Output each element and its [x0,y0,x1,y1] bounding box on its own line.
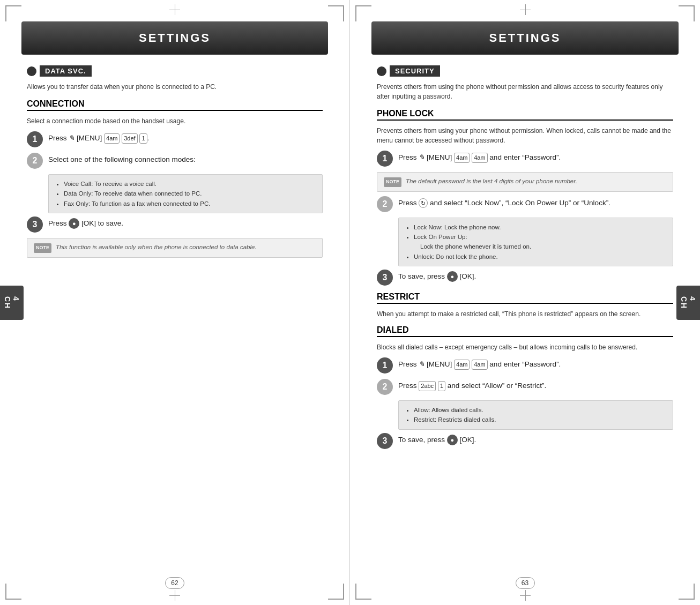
pl-step-3-num: 3 [383,273,388,282]
phone-lock-desc: Prevents others from using your phone wi… [377,126,673,145]
restrict-title: RESTRICT [377,292,673,304]
right-corner-tl [355,5,371,21]
corner-tl [5,5,21,21]
step-3-circle: 3 [27,216,43,233]
note-text: This function is available only when the… [56,243,257,252]
dialed-bullets: Allow: Allows dialed calls. Restrict: Re… [398,400,673,430]
phone-lock-step-3: 3 To save, press ● [OK]. [377,270,673,286]
crosshair-bottom-left [169,590,180,601]
right-page-number: 63 [516,577,535,589]
pl-step-3-text: To save, press ● [OK]. [398,270,476,282]
pl-step-1-text: Press ✎ [MENU] 4am 4am and enter “Passwo… [398,151,561,163]
pl-bullet-2: Lock On Power Up: [414,232,666,242]
step-1-left: 1 Press ✎ [MENU] 4am 3def 1. [27,131,323,147]
pl-bullet-1: Lock Now: Lock the phone now. [414,222,666,232]
d-step-1-circle: 1 [377,357,393,374]
d-bullet-2: Restrict: Restricts dialed calls. [414,415,666,424]
left-side-tab: CH4 [0,285,24,319]
d-step-1-num: 1 [383,361,388,370]
pl-step-3-circle: 3 [377,270,393,286]
pl-step-2-num: 2 [383,199,388,209]
step-2-text: Select one of the following connection m… [48,153,196,165]
right-corner-tr [679,5,695,21]
dialed-step-1: 1 Press ✎ [MENU] 4am 4am and enter “Pass… [377,357,673,374]
pl-bullet-3: Lock the phone whenever it is turned on. [414,242,666,251]
dialed-desc: Blocks all dialed calls – except emergen… [377,342,673,352]
right-page: SETTINGS SECURITY Prevents others from u… [350,0,700,605]
dialed-title: DIALED [377,325,673,337]
step-1-text: Press ✎ [MENU] 4am 3def 1. [48,131,149,144]
crosshair-bottom-right [520,590,531,601]
d-step-3-text: To save, press ● [OK]. [398,433,476,445]
security-badge-circle [377,66,386,76]
d-step-3-num: 3 [383,436,388,446]
left-page-content: DATA SVC. Allows you to transfer data wh… [0,65,349,258]
data-svc-badge: DATA SVC. [27,65,92,77]
pl-note-icon: NOTE [384,177,401,187]
phone-lock-title: PHONE LOCK [377,109,673,121]
step-3-num: 3 [33,220,38,229]
step-1-num: 1 [33,135,38,144]
step-3-text: Press ● [OK] to save. [48,216,123,229]
d-step-2-text: Press 2abc 1 and select “Allow” or “Rest… [398,379,546,391]
phone-lock-bullets: Lock Now: Lock the phone now. Lock On Po… [398,218,673,267]
bullet-2: Data Only: To receive data when connecte… [64,189,316,198]
right-corner-br [679,584,695,600]
bullet-3: Fax Only: To function as a fax when conn… [64,199,316,208]
note-icon: NOTE [34,243,51,253]
badge-circle-icon [27,66,36,76]
d-step-2-circle: 2 [377,379,393,395]
pl-step-2-circle: 2 [377,196,393,212]
step-2-circle: 2 [27,153,43,169]
phone-lock-step-2: 2 Press ↻ and select “Lock Now”, “Lock O… [377,196,673,212]
security-badge: SECURITY [377,65,440,77]
d-bullet-1: Allow: Allows dialed calls. [414,405,666,415]
right-side-tab: CH4 [676,285,700,319]
bullet-1: Voice Call: To receive a voice call. [64,179,316,189]
crosshair-top-left [169,4,180,15]
d-step-2-num: 2 [383,382,388,392]
right-page-title: SETTINGS [371,21,679,55]
connection-desc: Select a connection mode based on the ha… [27,116,323,126]
step-2-num: 2 [33,156,38,166]
security-badge-label: SECURITY [390,65,440,77]
right-corner-bl [355,584,371,600]
security-intro: Prevents others from using the phone wit… [377,82,673,101]
pl-bullet-4: Unlock: Do not lock the phone. [414,252,666,262]
pl-step-2-text: Press ↻ and select “Lock Now”, “Lock On … [398,196,610,208]
left-page-title: SETTINGS [21,21,328,55]
left-page-number: 62 [165,577,184,589]
pl-step-1-circle: 1 [377,151,393,167]
dialed-step-2: 2 Press 2abc 1 and select “Allow” or “Re… [377,379,673,395]
crosshair-top-right [520,4,531,15]
pl-note-text: The default password is the last 4 digit… [406,177,577,186]
corner-tr [328,5,344,21]
step-2-left: 2 Select one of the following connection… [27,153,323,169]
d-step-1-text: Press ✎ [MENU] 4am 4am and enter “Passwo… [398,357,561,370]
connection-bullets: Voice Call: To receive a voice call. Dat… [48,174,323,213]
pl-step-1-num: 1 [383,154,388,163]
step-3-left: 3 Press ● [OK] to save. [27,216,323,233]
right-page-content: SECURITY Prevents others from using the … [350,65,700,449]
restrict-desc: When you attempt to make a restricted ca… [377,309,673,319]
dialed-step-3: 3 To save, press ● [OK]. [377,433,673,449]
phone-lock-note: NOTE The default password is the last 4 … [377,172,673,192]
data-svc-intro: Allows you to transfer data when your ph… [27,82,323,92]
phone-lock-step-1: 1 Press ✎ [MENU] 4am 4am and enter “Pass… [377,151,673,167]
corner-bl [5,584,21,600]
connection-note: NOTE This function is available only whe… [27,238,323,258]
left-page: SETTINGS DATA SVC. Allows you to transfe… [0,0,350,605]
connection-title: CONNECTION [27,99,323,111]
corner-br [328,584,344,600]
d-step-3-circle: 3 [377,433,393,449]
step-1-circle: 1 [27,131,43,147]
badge-label: DATA SVC. [40,65,92,77]
